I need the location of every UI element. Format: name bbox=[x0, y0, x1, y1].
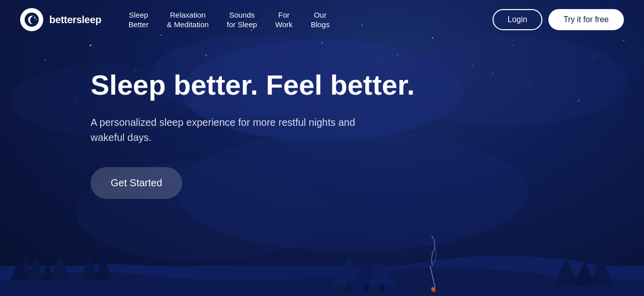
nav-our-blogs[interactable]: Our Blogs bbox=[304, 6, 337, 34]
svg-rect-39 bbox=[347, 283, 351, 291]
navbar: bettersleep Sleep Better Relaxation & Me… bbox=[0, 0, 644, 39]
svg-point-49 bbox=[34, 17, 36, 19]
get-started-button[interactable]: Get Started bbox=[91, 167, 182, 199]
nav-sleep-better[interactable]: Sleep Better bbox=[121, 6, 155, 34]
hero-section: Sleep better. Feel better. A personalize… bbox=[0, 39, 644, 199]
logo-svg bbox=[24, 12, 40, 28]
logo-area[interactable]: bettersleep bbox=[20, 8, 101, 31]
brand-name: bettersleep bbox=[49, 14, 101, 26]
nav-actions: Login Try it for free bbox=[493, 9, 624, 30]
hero-subtitle: A personalized sleep experience for more… bbox=[91, 115, 367, 145]
svg-rect-41 bbox=[380, 284, 384, 291]
login-button[interactable]: Login bbox=[493, 9, 542, 30]
nav-links: Sleep Better Relaxation & Meditation Sou… bbox=[121, 6, 492, 34]
nav-for-work[interactable]: For Work bbox=[268, 6, 300, 34]
page-wrapper: bettersleep Sleep Better Relaxation & Me… bbox=[0, 0, 644, 296]
svg-point-44 bbox=[431, 287, 434, 290]
try-free-button[interactable]: Try it for free bbox=[548, 9, 624, 30]
nav-sounds-for-sleep[interactable]: Sounds for Sleep bbox=[220, 6, 264, 34]
hero-title: Sleep better. Feel better. bbox=[91, 69, 443, 101]
svg-point-50 bbox=[36, 19, 37, 20]
nav-relaxation-meditation[interactable]: Relaxation & Meditation bbox=[159, 6, 215, 34]
svg-rect-40 bbox=[365, 284, 369, 291]
landscape-svg bbox=[0, 215, 644, 296]
logo-icon bbox=[20, 8, 43, 31]
